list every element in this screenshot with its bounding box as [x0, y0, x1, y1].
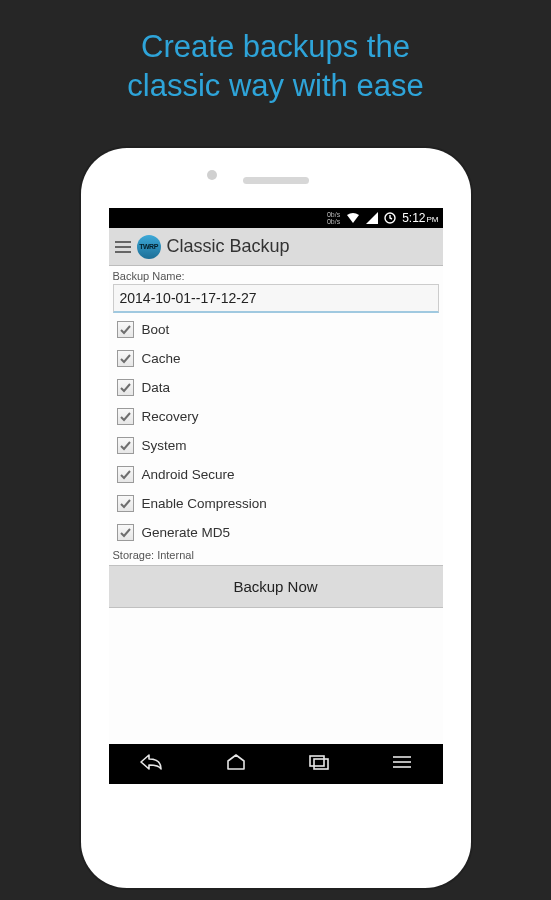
home-icon[interactable] [225, 753, 247, 775]
app-logo-icon: TWRP [137, 235, 161, 259]
partition-label: System [142, 438, 187, 453]
menu-icon[interactable] [115, 241, 131, 253]
network-speed: 0b/s 0b/s [327, 211, 340, 225]
page-title: Classic Backup [167, 236, 290, 257]
partition-label: Recovery [142, 409, 199, 424]
menu-nav-icon[interactable] [392, 755, 412, 773]
partition-row[interactable]: Data [109, 373, 443, 402]
main-content: Backup Name: 2014-10-01--17-12-27 BootCa… [109, 266, 443, 744]
wifi-icon [346, 212, 360, 224]
partition-label: Generate MD5 [142, 525, 231, 540]
backup-name-label: Backup Name: [109, 266, 443, 284]
storage-line: Storage: Internal [109, 547, 443, 565]
checkbox-icon[interactable] [117, 379, 134, 396]
app-title-bar: TWRP Classic Backup [109, 228, 443, 266]
android-status-bar: 0b/s 0b/s 5:12PM [109, 208, 443, 228]
signal-icon [366, 212, 378, 224]
partition-label: Android Secure [142, 467, 235, 482]
back-icon[interactable] [139, 753, 163, 775]
svg-rect-2 [314, 759, 328, 769]
promo-headline: Create backups the classic way with ease [0, 0, 551, 126]
partition-label: Cache [142, 351, 181, 366]
checkbox-icon[interactable] [117, 437, 134, 454]
partition-row[interactable]: Recovery [109, 402, 443, 431]
backup-name-input[interactable]: 2014-10-01--17-12-27 [113, 284, 439, 313]
partition-row[interactable]: System [109, 431, 443, 460]
phone-screen: 0b/s 0b/s 5:12PM TWRP Classic Backup Bac… [109, 208, 443, 784]
headline-line2: classic way with ease [127, 68, 423, 103]
checkbox-icon[interactable] [117, 524, 134, 541]
phone-earpiece [243, 177, 309, 184]
checkbox-icon[interactable] [117, 321, 134, 338]
partition-label: Boot [142, 322, 170, 337]
status-time: 5:12PM [402, 211, 438, 225]
checkbox-icon[interactable] [117, 350, 134, 367]
partition-row[interactable]: Boot [109, 315, 443, 344]
checkbox-icon[interactable] [117, 495, 134, 512]
headline-line1: Create backups the [141, 29, 410, 64]
partition-label: Enable Compression [142, 496, 267, 511]
partition-label: Data [142, 380, 171, 395]
phone-frame: 0b/s 0b/s 5:12PM TWRP Classic Backup Bac… [81, 148, 471, 888]
partition-row[interactable]: Enable Compression [109, 489, 443, 518]
checkbox-icon[interactable] [117, 466, 134, 483]
phone-sensor [207, 170, 217, 180]
partition-row[interactable]: Android Secure [109, 460, 443, 489]
checkbox-icon[interactable] [117, 408, 134, 425]
partition-row[interactable]: Cache [109, 344, 443, 373]
clock-icon [384, 212, 396, 224]
svg-rect-1 [310, 756, 324, 766]
recents-icon[interactable] [308, 754, 330, 774]
android-nav-bar [109, 744, 443, 784]
backup-now-button[interactable]: Backup Now [109, 565, 443, 608]
partition-row[interactable]: Generate MD5 [109, 518, 443, 547]
